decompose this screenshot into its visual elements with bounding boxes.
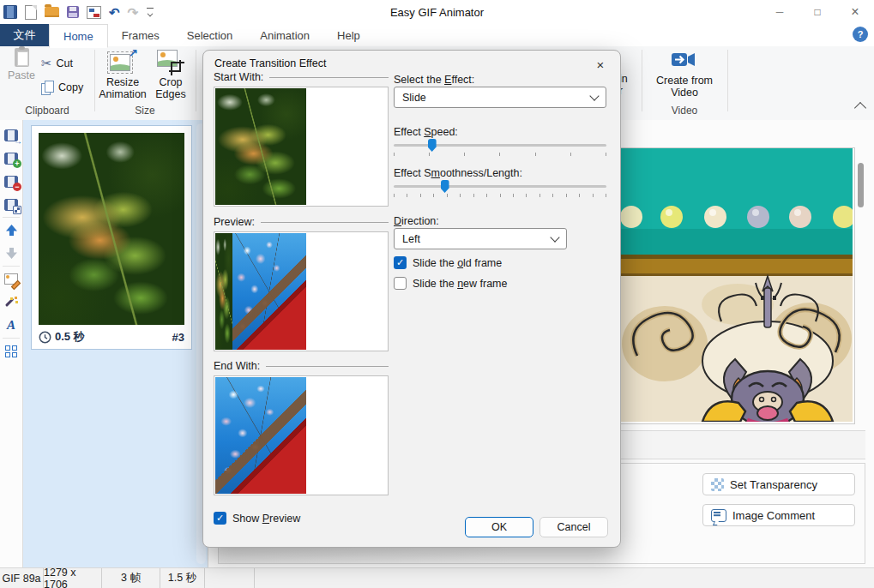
move-frame-down-icon [0,242,22,265]
duplicate-frame-icon[interactable] [0,193,22,216]
status-empty-cell [205,568,255,588]
effect-dropdown-value: Slide [402,92,426,104]
cancel-button[interactable]: Cancel [539,517,608,537]
create-from-video-button[interactable]: Create from Video [647,48,722,99]
tab-animation[interactable]: Animation [246,24,323,46]
resize-animation-button[interactable]: ↗ Resize Animation [98,48,148,101]
slide-new-frame-checkbox[interactable]: Slide the new frame [394,277,507,290]
video-group-label: Video [643,105,726,117]
insert-text-icon[interactable]: A [0,314,22,337]
status-frame-count: 3 帧 [102,568,160,588]
effect-speed-label: Effect Speed: [394,126,458,138]
chevron-down-icon [589,91,599,100]
tab-help[interactable]: Help [323,24,374,46]
tab-selection[interactable]: Selection [173,24,246,46]
transparency-checker-icon [711,478,724,491]
tab-frames[interactable]: Frames [108,24,173,46]
paste-icon [15,48,29,67]
create-transition-effect-dialog: Create Transition Effect × Start With: P… [202,50,621,548]
effect-smoothness-slider-thumb[interactable] [441,180,449,193]
direction-dropdown[interactable]: Left [394,228,567,249]
frame-thumbnail-image [39,133,184,325]
checkbox-unchecked-icon [394,277,407,290]
edit-image-icon[interactable] [0,267,22,291]
effect-smoothness-ticks [394,194,606,197]
canvas-image[interactable] [619,147,855,424]
effect-speed-ticks [394,153,606,156]
frame-index: #3 [172,331,184,344]
select-effect-label: Select the Effect: [394,74,474,86]
resize-animation-icon: ↗ [107,48,138,74]
clipboard-group-label: Clipboard [0,105,94,117]
delete-frame-icon[interactable] [0,170,22,193]
frames-panel: 0.5 秒 #3 [23,120,208,567]
status-duration: 1.5 秒 [160,568,205,588]
effect-speed-slider[interactable] [394,144,606,147]
preview-old-frame-sliver [215,233,232,350]
move-frame-up-icon[interactable] [0,219,22,242]
effect-smoothness-slider[interactable] [394,185,606,188]
title-bar: ↶ ↷ Easy GIF Animator ─ □ × [0,0,874,24]
copy-button[interactable]: Copy [41,81,83,94]
canvas-vertical-scrollbar[interactable] [858,163,864,207]
tab-file[interactable]: 文件 [0,24,49,46]
effect-speed-slider-thumb[interactable] [428,139,437,152]
frame-delay: 0.5 秒 [55,329,85,345]
clock-icon [39,331,51,344]
ok-button[interactable]: OK [465,517,533,537]
checkbox-checked-icon [214,512,226,525]
collapse-ribbon-icon[interactable] [856,103,865,115]
window-title: Easy GIF Animator [0,6,874,19]
crop-edges-button[interactable]: Crop Edges [149,48,192,101]
size-group-label: Size [96,105,194,117]
preview-new-frame-image [232,233,306,350]
checkbox-checked-icon [394,256,407,269]
export-frame-icon[interactable] [0,123,22,147]
set-transparency-button[interactable]: Set Transparency [702,473,855,495]
image-comment-button[interactable]: Image Comment [702,504,855,526]
frame-thumbnail-3[interactable]: 0.5 秒 #3 [31,125,192,350]
grid-view-icon[interactable] [0,339,22,363]
window-controls: ─ □ × [761,0,874,24]
crop-edges-icon [157,48,184,74]
status-dimensions: 1279 x 1706 [44,568,102,588]
start-with-box [214,87,389,207]
end-with-box [214,375,389,495]
help-icon[interactable]: ? [853,27,868,42]
magic-wand-icon[interactable] [0,291,22,314]
preview-section: Preview: [214,216,389,228]
dialog-close-icon[interactable]: × [588,54,613,75]
paste-button: Paste [5,48,38,81]
slide-old-frame-checkbox[interactable]: Slide the old frame [394,256,502,269]
maximize-button[interactable]: □ [799,0,836,24]
chevron-down-icon [550,232,559,242]
end-frame-image [215,377,306,494]
preview-box [214,231,389,351]
minimize-button[interactable]: ─ [761,0,799,24]
comment-bubble-icon [711,509,726,522]
frame-caption: 0.5 秒 #3 [39,328,184,345]
status-format: GIF 89a [0,568,44,588]
copy-icon [41,81,54,94]
direction-label: Direction: [394,215,439,227]
left-toolbar: A [0,120,23,567]
easy-gif-animator-window: ↶ ↷ Easy GIF Animator ─ □ × 文件 Home Fram… [0,0,874,588]
effect-smoothness-label: Effect Smoothness/Length: [394,167,522,179]
video-camera-icon [670,48,699,72]
ribbon-tab-row: 文件 Home Frames Selection Animation Help [0,24,874,47]
end-with-section: End With: [214,360,389,372]
cut-button[interactable]: ✂ Cut [41,57,73,69]
show-preview-checkbox[interactable]: Show Preview [214,512,300,525]
status-bar: GIF 89a 1279 x 1706 3 帧 1.5 秒 [0,567,874,588]
tab-home[interactable]: Home [49,24,108,48]
dialog-title: Create Transition Effect [214,57,326,69]
direction-dropdown-value: Left [402,233,420,245]
start-frame-image [215,88,306,205]
start-with-section: Start With: [214,71,389,83]
effect-dropdown[interactable]: Slide [394,87,606,108]
close-button[interactable]: × [836,0,874,24]
add-frame-icon[interactable] [0,147,22,170]
animation-artwork [620,148,853,422]
scissors-icon: ✂ [41,57,52,69]
